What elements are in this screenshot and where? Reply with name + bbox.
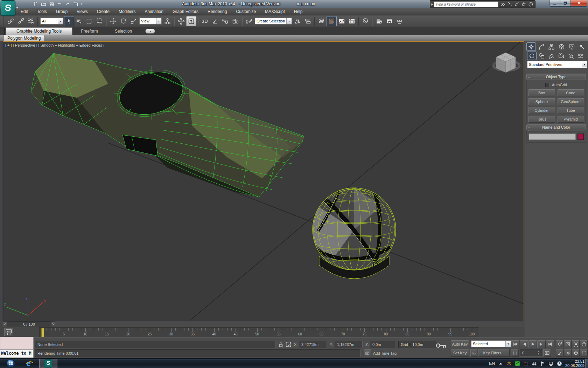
snap-toggle-3d-button[interactable]: 3 bbox=[200, 16, 210, 26]
select-and-rotate-button[interactable] bbox=[118, 16, 128, 26]
y-coordinate-field[interactable]: 1,15237m bbox=[335, 341, 363, 348]
pan-button[interactable] bbox=[564, 349, 572, 357]
start-button[interactable] bbox=[3, 359, 19, 368]
action-flag-icon[interactable] bbox=[540, 361, 546, 367]
menu-customize[interactable]: Customize bbox=[231, 8, 260, 15]
polygon-modeling-panel-tab[interactable]: Polygon Modeling bbox=[4, 35, 44, 41]
minimize-button[interactable] bbox=[549, 0, 560, 7]
maximize-viewport-toggle-button[interactable] bbox=[580, 349, 588, 357]
panel-tab-motion[interactable] bbox=[557, 42, 566, 51]
object-color-swatch[interactable] bbox=[578, 134, 584, 140]
set-keys-icon[interactable] bbox=[435, 342, 448, 349]
redo-button[interactable] bbox=[64, 1, 71, 7]
viewport-canvas[interactable]: z x y bbox=[3, 42, 524, 321]
category-geometry[interactable] bbox=[527, 52, 537, 60]
show-desktop-button[interactable] bbox=[585, 359, 588, 368]
time-slider-prev-button[interactable]: < bbox=[3, 321, 7, 327]
previous-frame-button[interactable] bbox=[520, 340, 528, 348]
cylinder-button[interactable]: Cylinder bbox=[528, 107, 555, 114]
zoom-extents-selected-button[interactable] bbox=[572, 340, 580, 348]
coord-system-combo[interactable]: View▼ bbox=[139, 18, 162, 25]
viewcube[interactable] bbox=[493, 53, 519, 73]
zoom-region-button[interactable] bbox=[564, 340, 572, 348]
category-cameras[interactable] bbox=[556, 52, 566, 60]
zoom-button[interactable] bbox=[556, 340, 564, 348]
autodesk-tray-icon[interactable] bbox=[506, 361, 512, 367]
track-bar-ruler[interactable]: 5101520253035404550556065707580859095100 bbox=[39, 327, 479, 338]
category-lights[interactable] bbox=[547, 52, 556, 60]
layer-manager-button[interactable] bbox=[316, 16, 327, 26]
material-editor-button[interactable] bbox=[360, 16, 371, 26]
menu-modifiers[interactable]: Modifiers bbox=[114, 8, 140, 15]
graphite-modeling-toggle-button[interactable] bbox=[327, 16, 337, 26]
new-scene-button[interactable] bbox=[32, 1, 38, 7]
box-button[interactable]: Box bbox=[528, 89, 555, 96]
go-to-start-button[interactable] bbox=[511, 340, 519, 348]
menu-group[interactable]: Group bbox=[51, 8, 72, 15]
scene-hold-button[interactable] bbox=[72, 1, 79, 7]
time-slider[interactable]: < 0 / 100 > bbox=[3, 321, 55, 327]
time-slider-next-button[interactable]: > bbox=[51, 321, 55, 327]
selection-lock-icon[interactable] bbox=[278, 341, 284, 348]
panel-tab-create[interactable] bbox=[526, 42, 536, 51]
go-to-end-button[interactable] bbox=[546, 340, 554, 348]
menu-animation[interactable]: Animation bbox=[140, 8, 168, 15]
perspective-viewport[interactable]: z x y [ + ] [ Perspective ] [ Smooth + H… bbox=[3, 41, 524, 321]
app-dark-icon[interactable] bbox=[523, 361, 529, 367]
pyramid-button[interactable]: Pyramid bbox=[558, 116, 584, 123]
named-selection-placeholder-combo[interactable]: Create Selection Se▼ bbox=[255, 18, 292, 25]
key-filters-button[interactable]: Key Filters... bbox=[478, 349, 510, 357]
bind-to-space-warp-button[interactable] bbox=[26, 16, 36, 26]
menu-rendering[interactable]: Rendering bbox=[203, 8, 231, 15]
communication-center-icon[interactable] bbox=[513, 1, 520, 7]
align-button[interactable] bbox=[303, 16, 313, 26]
infocenter-expand-icon[interactable]: ▶ bbox=[431, 3, 433, 6]
dome-mesh-object[interactable] bbox=[308, 188, 396, 279]
select-object-button[interactable] bbox=[64, 16, 74, 26]
internet-explorer-button[interactable]: e bbox=[21, 359, 38, 368]
close-button[interactable] bbox=[571, 0, 587, 7]
spinner-snap-button[interactable] bbox=[230, 16, 240, 26]
geosphere-button[interactable]: GeoSphere bbox=[558, 98, 584, 105]
selection-filter-combo[interactable]: All▼ bbox=[40, 18, 63, 25]
key-icon[interactable] bbox=[506, 1, 513, 7]
menu-help[interactable]: Help bbox=[289, 8, 307, 15]
current-frame-field[interactable]: 0 ▲▼ bbox=[520, 349, 542, 357]
menu-graph-editors[interactable]: Graph Editors bbox=[168, 8, 203, 15]
tube-button[interactable]: Tube bbox=[558, 107, 584, 114]
quick-render-button[interactable] bbox=[394, 16, 405, 26]
rendered-frame-window-button[interactable] bbox=[384, 16, 394, 26]
app-menu-arrow-icon[interactable]: ▼ bbox=[16, 6, 19, 9]
autogrid-checkbox[interactable] bbox=[545, 83, 550, 87]
object-name-field[interactable] bbox=[529, 133, 576, 140]
menu-tools[interactable]: Tools bbox=[33, 8, 51, 15]
mirror-button[interactable] bbox=[293, 16, 303, 26]
menu-edit[interactable]: Edit bbox=[16, 8, 33, 15]
favorites-icon[interactable] bbox=[520, 1, 527, 7]
hood-mesh-object[interactable] bbox=[31, 53, 304, 197]
dope-sheet-button[interactable] bbox=[347, 16, 357, 26]
3ds-max-taskbar-button[interactable] bbox=[39, 359, 57, 368]
object-type-rollout-header[interactable]: –Object Type bbox=[526, 74, 586, 80]
application-menu-button[interactable] bbox=[1, 0, 15, 16]
welcome-window[interactable]: Welcome to M bbox=[0, 337, 34, 358]
key-mode-dropdown[interactable]: Selected▼ bbox=[471, 340, 511, 347]
add-time-tag[interactable]: Add Time Tag bbox=[373, 349, 397, 357]
ribbon-minimize-button[interactable]: ▼ bbox=[145, 29, 155, 34]
select-by-name-button[interactable] bbox=[74, 16, 84, 26]
panel-tab-hierarchy[interactable] bbox=[547, 42, 556, 51]
unlink-selection-button[interactable] bbox=[16, 16, 26, 26]
language-indicator[interactable]: EN bbox=[489, 361, 495, 366]
use-pivot-point-center-button[interactable] bbox=[162, 16, 173, 26]
search-input[interactable] bbox=[434, 1, 498, 7]
select-and-scale-button[interactable] bbox=[128, 16, 139, 26]
network-icon[interactable] bbox=[548, 361, 554, 367]
cone-button[interactable]: Cone bbox=[558, 89, 584, 96]
select-and-link-button[interactable] bbox=[6, 16, 16, 26]
x-coordinate-field[interactable]: 3,42718m bbox=[299, 341, 327, 348]
category-shapes[interactable] bbox=[537, 52, 546, 60]
screen-green-icon[interactable] bbox=[514, 361, 520, 367]
edit-named-selection-sets-button[interactable]: {} bbox=[244, 16, 254, 26]
window-crossing-button[interactable] bbox=[94, 16, 105, 26]
ribbon-tab-graphite-modeling-tools[interactable]: Graphite Modeling Tools bbox=[6, 27, 72, 35]
